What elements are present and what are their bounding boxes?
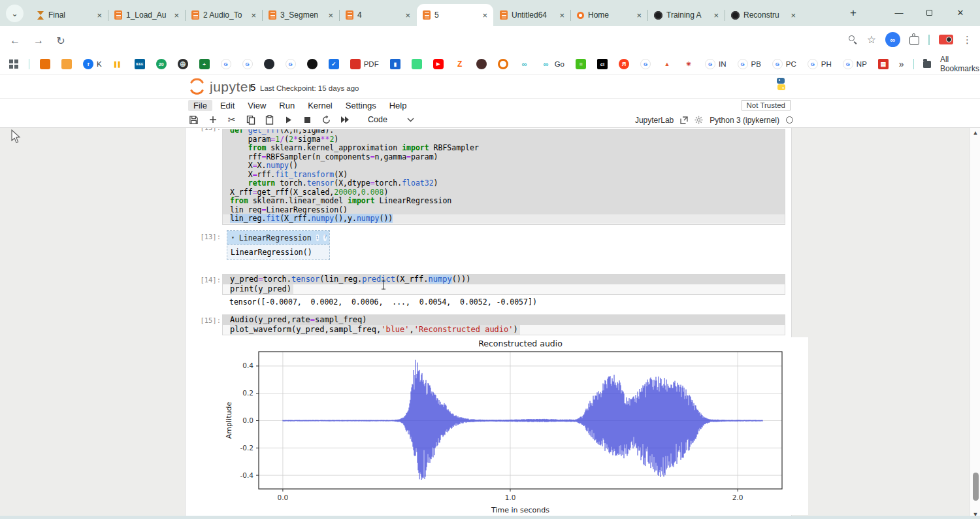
bookmark-item[interactable]: ⊕ (178, 59, 188, 69)
bookmark-item[interactable]: GIN (705, 59, 727, 69)
cell-type-dropdown[interactable]: Code (368, 115, 414, 124)
jupyter-logo[interactable]: jupyter (189, 78, 253, 95)
browser-tab-home[interactable]: Home× (571, 4, 647, 26)
menu-help[interactable]: Help (384, 100, 412, 111)
gear-icon[interactable] (694, 116, 703, 124)
apps-grid-icon[interactable] (9, 59, 18, 69)
bookmark-item[interactable] (307, 59, 318, 69)
browser-tab-5[interactable]: 5× (417, 4, 493, 26)
browser-menu-icon[interactable]: ⋮ (962, 34, 972, 46)
browser-tab-untitled64[interactable]: Untitled64× (494, 4, 570, 26)
new-tab-button[interactable]: + (846, 6, 860, 20)
tab-close-icon[interactable]: × (636, 11, 642, 20)
menu-file[interactable]: File (188, 100, 212, 111)
browser-tab-2-audio-to[interactable]: 2 Audio_To× (186, 4, 262, 26)
bookmark-item[interactable]: IEEE (135, 59, 145, 69)
bookmark-item[interactable]: ∞ (519, 59, 530, 69)
scrollbar[interactable]: ▲ ▼ (970, 128, 980, 519)
extension-red-icon[interactable] (939, 35, 953, 44)
tab-close-icon[interactable]: × (97, 11, 102, 20)
bookmark-item[interactable]: ▮ (390, 59, 400, 69)
bookmark-item[interactable]: ∞Go (541, 59, 564, 69)
kernel-name[interactable]: Python 3 (ipykernel) (710, 116, 779, 125)
menu-edit[interactable]: Edit (215, 100, 240, 111)
code-cell-14[interactable]: y_pred=torch.tensor(lin_reg.predict(X_rf… (222, 274, 785, 295)
menu-view[interactable]: View (242, 100, 271, 111)
help-badge-icon[interactable]: ? (323, 234, 327, 241)
bookmark-item[interactable]: ▲ (662, 59, 672, 69)
tab-close-icon[interactable]: × (559, 11, 564, 20)
bookmarks-overflow-icon[interactable]: » (899, 59, 904, 69)
bookmark-item[interactable] (476, 59, 487, 69)
menu-settings[interactable]: Settings (340, 100, 382, 111)
bookmark-item[interactable] (40, 59, 50, 69)
copy-cell-button[interactable] (245, 114, 256, 126)
back-button[interactable]: ← (7, 32, 24, 49)
menu-run[interactable]: Run (274, 100, 300, 111)
save-button[interactable] (188, 114, 199, 126)
estimator-widget-header[interactable]: ▾ LinearRegression i ? (227, 231, 329, 244)
tab-close-icon[interactable]: × (174, 11, 179, 20)
restart-run-all-button[interactable] (340, 114, 351, 126)
bookmark-item[interactable]: ▌▌ (113, 59, 123, 69)
bookmark-item[interactable]: ≡ (576, 59, 586, 69)
browser-tab-training-a[interactable]: Training A× (648, 4, 725, 26)
bookmark-item[interactable]: Я (619, 59, 629, 69)
bookmark-item[interactable]: GPC (772, 59, 796, 69)
add-cell-button[interactable] (207, 114, 218, 126)
bookmark-item[interactable] (264, 59, 274, 69)
browser-tab-reconstru[interactable]: Reconstru× (725, 4, 802, 26)
all-bookmarks-button[interactable]: All Bookmarks (940, 55, 980, 73)
bookmark-item[interactable] (498, 59, 508, 69)
bookmark-item[interactable]: ▶ (433, 59, 444, 69)
bookmark-item[interactable]: fK (83, 59, 102, 69)
notebook-title[interactable]: 5 (250, 82, 255, 93)
code-cell-15[interactable]: Audio(y_pred,rate=sampl_freq)plot_wavefo… (222, 314, 785, 335)
bookmark-item[interactable]: ▤ (878, 59, 889, 69)
bookmark-item[interactable]: ✓ (329, 59, 339, 69)
bookmark-item[interactable]: 20 (156, 59, 167, 69)
bookmark-item[interactable]: GNP (843, 59, 867, 69)
reload-button[interactable]: ↻ (52, 32, 69, 49)
forward-button[interactable]: → (30, 32, 47, 49)
bookmark-item[interactable]: ✳ (683, 59, 694, 69)
bookmark-star-icon[interactable]: ☆ (867, 33, 876, 46)
jupyterlab-link[interactable]: JupyterLab (635, 116, 674, 125)
bookmark-item[interactable]: G (640, 59, 651, 69)
scrollbar-thumb[interactable] (973, 473, 979, 501)
bookmark-item[interactable]: G (286, 59, 296, 69)
bookmark-item[interactable]: + (199, 59, 210, 69)
bookmark-item[interactable]: cl (597, 59, 608, 69)
not-trusted-badge[interactable]: Not Trusted (742, 100, 791, 110)
info-badge-icon[interactable]: i (316, 234, 319, 241)
window-maximize-button[interactable] (915, 0, 943, 25)
extensions-puzzle-icon[interactable] (909, 36, 919, 45)
tab-search-icon[interactable]: ⌄ (6, 5, 24, 22)
bookmark-item[interactable]: GPB (738, 59, 761, 69)
tab-close-icon[interactable]: × (251, 11, 256, 20)
tab-close-icon[interactable]: × (328, 11, 333, 20)
bookmark-item[interactable]: PDF (350, 59, 379, 69)
bookmark-item[interactable] (61, 59, 72, 69)
cut-cell-button[interactable]: ✂ (226, 114, 237, 126)
restart-kernel-button[interactable] (321, 114, 332, 126)
window-close-button[interactable]: ✕ (946, 0, 975, 25)
zoom-icon[interactable] (849, 35, 858, 44)
bookmark-item[interactable]: GPH (808, 59, 832, 69)
window-minimize-button[interactable]: — (885, 0, 913, 25)
sklearn-estimator-widget[interactable]: ▾ LinearRegression i ? LinearRegression(… (227, 230, 330, 260)
scroll-up-icon[interactable]: ▲ (970, 128, 980, 137)
bookmark-item[interactable]: G (221, 59, 231, 69)
browser-tab-4[interactable]: 4× (340, 4, 416, 26)
browser-tab-1-load-au[interactable]: 1_Load_Au× (108, 4, 185, 26)
tab-close-icon[interactable]: × (482, 11, 487, 20)
interrupt-kernel-button[interactable] (302, 114, 313, 126)
bookmark-item[interactable]: G (242, 59, 253, 69)
run-cell-button[interactable] (283, 114, 294, 126)
tab-close-icon[interactable]: × (791, 11, 796, 20)
bookmark-item[interactable] (412, 59, 422, 69)
tab-close-icon[interactable]: × (713, 11, 719, 20)
code-cell-13[interactable]: def get_rff(X,n,sigma): param=1/(2*sigma… (222, 129, 785, 225)
paste-cell-button[interactable] (264, 114, 275, 126)
browser-tab-3-segmen[interactable]: 3_Segmen× (263, 4, 339, 26)
